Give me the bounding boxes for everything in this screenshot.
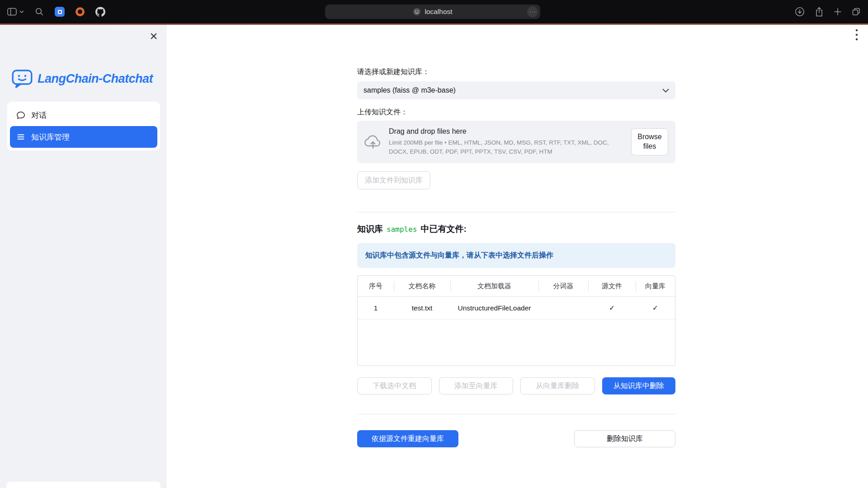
spacer: [466, 430, 567, 447]
header-cell-source-file: 源文件: [588, 276, 636, 296]
browser-right-controls: [795, 0, 861, 23]
browser-left-controls: [7, 0, 105, 23]
sidebar-toggle-icon: [7, 8, 17, 16]
app-logo: LangChain-Chatchat: [12, 69, 153, 88]
kb-files-heading: 知识库 samples 中已有文件:: [357, 223, 675, 235]
dropzone-text: Drag and drop files here Limit 200MB per…: [389, 127, 618, 156]
cell-source-file-check: ✓: [588, 297, 636, 319]
kb-select[interactable]: samples (faiss @ m3e-base): [357, 81, 675, 99]
delete-from-kb-button[interactable]: 从知识库中删除: [602, 377, 676, 394]
url-text: localhost: [425, 8, 452, 16]
rebuild-vector-store-button[interactable]: 依据源文件重建向量库: [357, 430, 458, 447]
delete-kb-button[interactable]: 删除知识库: [574, 430, 675, 447]
new-tab-icon[interactable]: [834, 8, 842, 16]
kb-select-label: 请选择或新建知识库：: [357, 67, 675, 77]
add-to-vector-store-button[interactable]: 添加至向量库: [439, 377, 514, 394]
address-bar[interactable]: localhost ···: [325, 5, 540, 19]
cell-index: 1: [358, 297, 394, 319]
header-cell-doc-name: 文档名称: [394, 276, 450, 296]
table-row[interactable]: 1 test.txt UnstructuredFileLoader ✓ ✓: [358, 297, 675, 319]
add-files-to-kb-button[interactable]: 添加文件到知识库: [357, 171, 430, 189]
cell-loader: UnstructuredFileLoader: [450, 297, 538, 319]
cloud-upload-icon: [364, 135, 382, 149]
app-logo-text: LangChain-Chatchat: [38, 72, 153, 86]
search-icon[interactable]: [35, 7, 44, 16]
kb-name-code: samples: [387, 225, 417, 234]
knowledge-base-icon: [16, 132, 25, 141]
extension-blue-icon[interactable]: [55, 7, 65, 17]
chevron-down-icon: [19, 10, 24, 14]
info-banner: 知识库中包含源文件与向量库，请从下表中选择文件后操作: [357, 243, 675, 268]
sidebar-footer-card: [6, 482, 160, 488]
kb-files-table: 序号 文档名称 文档加载器 分词器 源文件 向量库 1 test.txt Uns…: [357, 275, 675, 366]
download-selected-button[interactable]: 下载选中文档: [357, 377, 432, 394]
file-dropzone[interactable]: Drag and drop files here Limit 200MB per…: [357, 121, 675, 163]
extension-orange-icon[interactable]: [75, 7, 85, 16]
table-header-row: 序号 文档名称 文档加载器 分词器 源文件 向量库: [358, 276, 675, 297]
downloads-icon[interactable]: [795, 7, 805, 17]
section-divider: [357, 414, 675, 414]
sidebar-item-dialogue[interactable]: 对话: [10, 104, 157, 126]
sidebar-toggle-button[interactable]: [7, 8, 24, 16]
kb-footer-actions: 依据源文件重建向量库 删除知识库: [357, 430, 675, 447]
main-content: 请选择或新建知识库： samples (faiss @ m3e-base) 上传…: [357, 25, 675, 447]
sidebar-item-label: 知识库管理: [31, 132, 70, 142]
browser-toolbar: localhost ···: [0, 0, 868, 23]
sidebar-nav-card: 对话 知识库管理: [7, 102, 160, 150]
streamlit-menu-icon[interactable]: [854, 28, 859, 42]
kb-heading-prefix: 知识库: [357, 223, 383, 235]
chevron-down-icon: [662, 89, 669, 93]
address-bar-more-icon[interactable]: ···: [527, 6, 538, 17]
dropzone-hint: Limit 200MB per file • EML, HTML, JSON, …: [389, 138, 618, 156]
file-actions-row: 下载选中文档 添加至向量库 从向量库删除 从知识库中删除: [357, 377, 675, 394]
upload-label: 上传知识文件：: [357, 108, 675, 117]
header-cell-vector-store: 向量库: [636, 276, 675, 296]
dropzone-title: Drag and drop files here: [389, 127, 618, 136]
app-sidebar: × LangChain-Chatchat 对话 知识库管理: [0, 25, 167, 488]
share-icon[interactable]: [815, 6, 824, 17]
header-cell-splitter: 分词器: [538, 276, 588, 296]
cell-vector-store-check: ✓: [636, 297, 675, 319]
sidebar-item-knowledge-base[interactable]: 知识库管理: [10, 126, 157, 148]
chat-icon: [16, 111, 25, 120]
kb-select-value: samples (faiss @ m3e-base): [363, 86, 456, 94]
github-extension-icon[interactable]: [95, 7, 105, 17]
cell-doc-name: test.txt: [394, 297, 450, 319]
sidebar-close-button[interactable]: ×: [145, 28, 162, 45]
kb-heading-suffix: 中已有文件:: [420, 223, 466, 235]
remove-from-vector-store-button[interactable]: 从向量库删除: [520, 377, 595, 394]
header-cell-loader: 文档加载器: [450, 276, 538, 296]
sidebar-item-label: 对话: [31, 110, 47, 121]
site-favicon: [413, 8, 421, 16]
cell-splitter: [538, 297, 588, 319]
chat-bubble-logo-icon: [12, 69, 33, 88]
section-divider: [357, 212, 675, 212]
header-cell-index: 序号: [358, 276, 394, 296]
browse-files-button[interactable]: Browse files: [631, 128, 668, 155]
tab-overview-icon[interactable]: [852, 7, 861, 16]
